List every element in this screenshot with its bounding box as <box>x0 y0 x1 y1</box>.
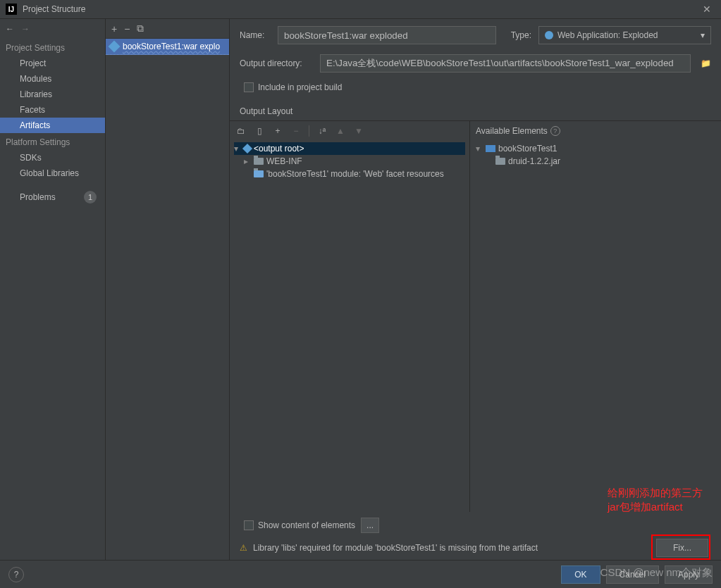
nav-facets[interactable]: Facets <box>0 102 105 118</box>
available-project-label: bookStoreTest1 <box>498 144 557 154</box>
nav-problems-label: Problems <box>20 192 56 202</box>
more-options-button[interactable]: ... <box>361 518 379 533</box>
section-project-settings: Project Settings <box>0 39 105 56</box>
available-tree[interactable]: ▾ bookStoreTest1 druid-1.2.2.jar <box>470 141 721 169</box>
nav-project[interactable]: Project <box>0 56 105 71</box>
artifact-list-panel: + − ⧉ bookStoreTest1:war explo <box>106 19 230 560</box>
fix-button[interactable]: Fix... <box>656 539 708 557</box>
checkbox-box-icon <box>244 520 254 530</box>
section-platform-settings: Platform Settings <box>0 133 105 150</box>
tree-root-label: <output root> <box>254 144 304 154</box>
available-project[interactable]: ▾ bookStoreTest1 <box>476 142 715 155</box>
checkbox-box-icon <box>244 82 254 92</box>
copy-artifact-icon[interactable]: ⧉ <box>137 23 144 35</box>
nav-forward-icon: → <box>21 24 30 34</box>
app-icon: IJ <box>6 4 17 15</box>
jar-icon <box>495 158 505 165</box>
browse-folder-icon[interactable]: 📁 <box>701 58 711 68</box>
remove-artifact-icon[interactable]: − <box>124 23 130 35</box>
output-layout-tab[interactable]: Output Layout <box>230 102 721 120</box>
nav-artifacts[interactable]: Artifacts <box>0 118 105 133</box>
output-tree[interactable]: ▾ <output root> ▸ WEB-INF 'bookStoreTest… <box>230 141 469 512</box>
nav-global-libraries[interactable]: Global Libraries <box>0 165 105 181</box>
nav-problems[interactable]: Problems 1 <box>0 188 105 206</box>
folder-icon <box>254 158 264 165</box>
output-dir-label: Output directory: <box>240 58 313 68</box>
expand-icon[interactable]: ▾ <box>476 144 483 154</box>
help-button[interactable]: ? <box>8 567 24 582</box>
dialog-footer: ? OK Cancel Apply <box>0 560 721 588</box>
expand-icon[interactable]: ▾ <box>234 144 241 154</box>
facet-icon <box>254 170 264 177</box>
titlebar: IJ Project Structure ✕ <box>0 0 721 19</box>
available-jar[interactable]: druid-1.2.2.jar <box>476 155 715 168</box>
new-archive-icon[interactable]: ▯ <box>252 124 266 138</box>
sort-icon[interactable]: ↓ª <box>315 124 329 138</box>
left-nav: ← → Project Settings Project Modules Lib… <box>0 19 106 560</box>
ok-button[interactable]: OK <box>561 565 600 584</box>
output-root-icon <box>242 144 252 154</box>
available-header: Available Elements <box>476 126 548 136</box>
annotation-text: 给刚刚添加的第三方 jar包增加artifact <box>608 486 703 513</box>
artifact-icon <box>109 41 121 53</box>
apply-button[interactable]: Apply <box>665 565 713 584</box>
nav-sdks[interactable]: SDKs <box>0 150 105 165</box>
help-icon[interactable]: ? <box>550 126 560 136</box>
tree-facet[interactable]: 'bookStoreTest1' module: 'Web' facet res… <box>234 168 465 180</box>
move-up-icon: ▲ <box>333 124 347 138</box>
add-copy-icon[interactable]: + <box>271 124 285 138</box>
chevron-down-icon: ▾ <box>701 30 705 40</box>
nav-libraries[interactable]: Libraries <box>0 87 105 102</box>
tree-root[interactable]: ▾ <output root> <box>234 142 465 155</box>
show-content-label: Show content of elements <box>258 520 355 530</box>
globe-icon <box>545 31 553 39</box>
include-label: Include in project build <box>258 82 342 92</box>
tree-webinf-label: WEB-INF <box>266 156 302 166</box>
output-dir-input[interactable] <box>320 54 691 73</box>
window-title: Project Structure <box>23 4 698 14</box>
close-icon[interactable]: ✕ <box>698 4 715 15</box>
show-content-checkbox[interactable]: Show content of elements <box>244 520 355 530</box>
remove-icon: − <box>289 124 303 138</box>
artifact-details: Name: Type: Web Application: Exploded ▾ … <box>230 19 721 560</box>
artifact-item-label: bookStoreTest1:war explo <box>123 42 220 51</box>
tree-facet-label: 'bookStoreTest1' module: 'Web' facet res… <box>266 169 444 179</box>
available-jar-label: druid-1.2.2.jar <box>508 156 560 166</box>
collapse-icon[interactable]: ▸ <box>244 156 251 166</box>
artifact-item[interactable]: bookStoreTest1:war explo <box>106 39 229 55</box>
problems-count-badge: 1 <box>84 191 97 204</box>
warning-text: Library 'libs' required for module 'book… <box>253 543 538 553</box>
nav-back-icon[interactable]: ← <box>6 24 14 34</box>
move-down-icon: ▼ <box>352 124 366 138</box>
warning-icon: ⚠ <box>240 543 247 553</box>
include-checkbox[interactable]: Include in project build <box>244 82 342 92</box>
name-label: Name: <box>240 30 271 40</box>
type-combo[interactable]: Web Application: Exploded ▾ <box>538 26 711 44</box>
name-input[interactable] <box>278 26 496 44</box>
cancel-button[interactable]: Cancel <box>606 565 659 584</box>
new-folder-icon[interactable]: 🗀 <box>234 124 248 138</box>
add-artifact-icon[interactable]: + <box>111 23 117 35</box>
type-value: Web Application: Exploded <box>557 30 658 40</box>
module-icon <box>486 145 495 152</box>
type-label: Type: <box>511 30 531 40</box>
nav-modules[interactable]: Modules <box>0 71 105 87</box>
tree-webinf[interactable]: ▸ WEB-INF <box>234 155 465 168</box>
